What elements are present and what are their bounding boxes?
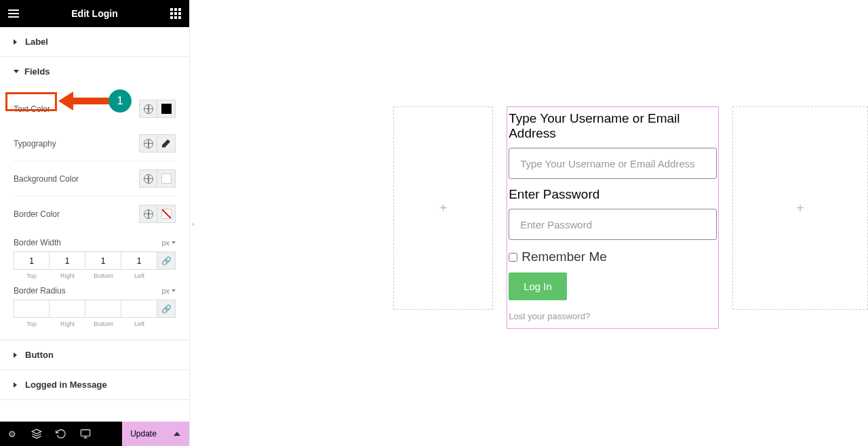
pencil-icon: [162, 140, 170, 148]
password-input[interactable]: [509, 209, 717, 240]
accordion-title: Label: [25, 37, 48, 47]
caret-right-icon: [14, 352, 20, 358]
panel-title: Edit Login: [19, 8, 170, 19]
control-border-radius-label: Border Radius px: [14, 279, 176, 300]
login-widget: Type Your Username or Email Address Ente…: [507, 106, 719, 329]
border-width-top[interactable]: [14, 251, 50, 270]
annotation-badge: 1: [108, 89, 132, 113]
menu-icon[interactable]: [8, 9, 19, 18]
control-label: Border Color: [14, 209, 60, 219]
globe-button[interactable]: [139, 205, 157, 223]
caret-right-icon: [14, 382, 20, 388]
border-width-left[interactable]: [121, 251, 157, 270]
color-picker-button[interactable]: [157, 169, 176, 188]
login-button[interactable]: Log In: [509, 272, 567, 300]
remember-checkbox[interactable]: [509, 253, 517, 262]
control-label: Background Color: [14, 174, 79, 184]
layers-icon[interactable]: [24, 422, 49, 446]
globe-button[interactable]: [139, 134, 157, 153]
svg-point-4: [108, 432, 111, 435]
plus-icon: +: [439, 201, 448, 216]
side-labels: Top Right Bottom Left: [14, 321, 176, 327]
globe-button[interactable]: [139, 100, 157, 118]
link-values-button[interactable]: 🔗: [157, 251, 176, 270]
control-label: Typography: [14, 139, 56, 148]
accordion-button: Button: [0, 340, 189, 370]
drop-zone-right[interactable]: +: [732, 106, 868, 310]
chevron-down-icon: [172, 241, 176, 244]
control-border-width-label: Border Width px: [14, 231, 176, 251]
plus-icon: +: [796, 201, 804, 216]
accordion-fields: Fields Text Color Typography: [0, 57, 189, 340]
control-text-color: Text Color: [14, 92, 176, 126]
lost-password-link[interactable]: Lost your password?: [507, 308, 718, 324]
control-label: Text Color: [14, 104, 50, 114]
editor-sidebar: Edit Login Label Fields Text Color: [0, 0, 190, 446]
border-radius-top[interactable]: [14, 300, 50, 318]
preview-icon[interactable]: [98, 422, 122, 446]
chevron-up-icon: [174, 432, 180, 436]
link-icon: 🔗: [161, 256, 172, 266]
remember-label: Remember Me: [521, 249, 607, 264]
globe-icon: [144, 174, 153, 184]
border-width-inputs: 🔗: [14, 251, 176, 270]
unit-selector[interactable]: px: [161, 287, 176, 295]
svg-rect-1: [81, 430, 90, 436]
accordion-content-fields: Text Color Typography: [0, 86, 189, 340]
border-radius-right[interactable]: [50, 300, 85, 318]
accordion-title: Button: [25, 350, 54, 360]
settings-icon[interactable]: ⚙: [0, 422, 24, 446]
color-swatch-black: [161, 104, 172, 114]
border-width-bottom[interactable]: [85, 251, 121, 270]
panel-body: Label Fields Text Color: [0, 27, 189, 422]
accordion-header-button[interactable]: Button: [0, 340, 189, 369]
bottom-bar: ⚙ Update: [0, 422, 189, 446]
control-typography: Typography: [14, 126, 176, 161]
apps-icon[interactable]: [170, 8, 181, 19]
globe-icon: [144, 139, 153, 148]
chevron-down-icon: [172, 289, 176, 292]
update-options-button[interactable]: [165, 422, 189, 446]
accordion-logged-in-message: Logged in Message: [0, 370, 189, 400]
collapse-sidebar-handle[interactable]: ‹: [190, 217, 197, 230]
update-button[interactable]: Update: [122, 422, 165, 446]
control-border-color: Border Color: [14, 197, 176, 231]
drop-zone-left[interactable]: +: [393, 106, 493, 310]
username-input[interactable]: [509, 148, 717, 179]
caret-down-icon: [14, 70, 19, 73]
link-values-button[interactable]: 🔗: [157, 300, 176, 318]
border-width-right[interactable]: [50, 251, 85, 270]
editor-canvas: ‹ + Type Your Username or Email Address …: [190, 0, 868, 446]
caret-right-icon: [14, 39, 20, 45]
accordion-label: Label: [0, 27, 189, 57]
globe-icon: [144, 209, 153, 219]
remember-me[interactable]: Remember Me: [507, 244, 718, 272]
accordion-header-logged-in[interactable]: Logged in Message: [0, 370, 189, 399]
typography-edit-button[interactable]: [157, 134, 176, 153]
globe-icon: [144, 104, 153, 114]
accordion-header-fields[interactable]: Fields: [0, 57, 189, 86]
canvas-row: + Type Your Username or Email Address En…: [393, 106, 868, 329]
border-radius-inputs: 🔗: [14, 300, 176, 318]
svg-marker-0: [32, 429, 41, 434]
color-swatch-none: [161, 209, 172, 219]
border-radius-bottom[interactable]: [85, 300, 121, 318]
color-picker-button[interactable]: [157, 100, 176, 118]
accordion-title: Logged in Message: [25, 380, 107, 390]
color-swatch-white: [161, 174, 172, 184]
password-label: Enter Password: [507, 183, 718, 209]
username-label: Type Your Username or Email Address: [507, 107, 718, 148]
sidebar-header: Edit Login: [0, 0, 189, 27]
accordion-header-label[interactable]: Label: [0, 27, 189, 56]
side-labels: Top Right Bottom Left: [14, 272, 176, 279]
accordion-title: Fields: [24, 66, 50, 77]
color-picker-button[interactable]: [157, 205, 176, 223]
history-icon[interactable]: [49, 422, 73, 446]
control-background-color: Background Color: [14, 161, 176, 197]
globe-button[interactable]: [139, 169, 157, 188]
link-icon: 🔗: [161, 304, 172, 314]
unit-selector[interactable]: px: [161, 239, 176, 247]
border-radius-left[interactable]: [121, 300, 157, 318]
responsive-icon[interactable]: [73, 422, 98, 446]
